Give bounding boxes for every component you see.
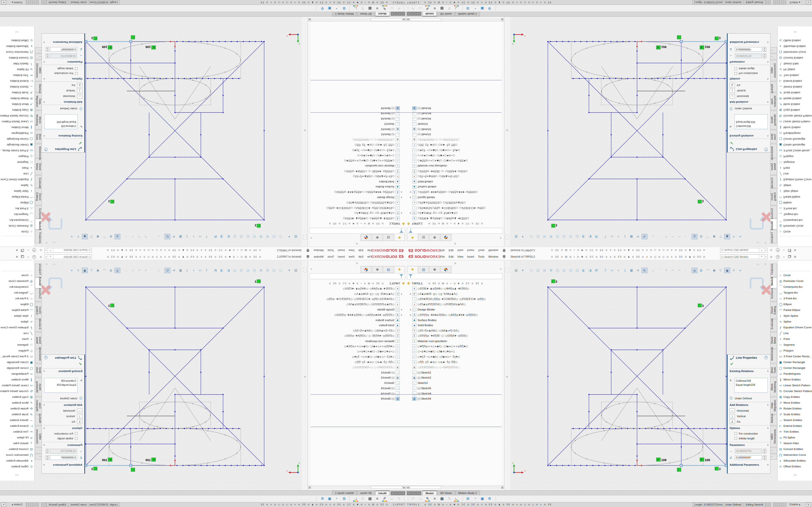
tool-segment[interactable]: ∷Segment [0,159,34,165]
user-account-icon[interactable]: ☺ [770,248,773,252]
tab-property-manager[interactable]: ▤ [418,266,429,273]
angle-field[interactable]: 0.00000000° [50,47,77,52]
tool-point[interactable]: ▪Point [778,165,812,171]
ink-toolbar-icon-10[interactable]: ▣ [326,496,333,502]
section-existing-relations[interactable]: Existing Relations∧ [43,133,83,137]
ribbon-tab-mold-tools[interactable]: Mold Tools [770,130,777,144]
view-toolbar-icon-16[interactable]: ▯ [622,234,628,239]
tree-item-solid-bodies[interactable]: ■Solid Bodies [406,179,501,184]
tool-circular-sketch-pattern[interactable]: ↻Circular Sketch Pattern [0,388,34,394]
view-toolbar-icon-29[interactable]: ◉ [95,234,101,239]
menu-file[interactable]: File [440,255,445,258]
ribbon-tab-more-12[interactable]: ⋮ [35,54,42,59]
ink-toolbar-icon-4[interactable]: ▦ [439,5,445,11]
relation-equal-length109[interactable]: Equal length109 [46,383,76,387]
view-toolbar-icon-1[interactable]: ▾ [286,268,292,273]
angle-field[interactable]: 0.00000000° [50,455,77,460]
horizontal-icon[interactable]: — [77,408,83,413]
tool-centerpoint-arc[interactable]: ⌒Centerpoint Arc [778,284,812,290]
add-relation-vertical[interactable]: ❘Vertical [66,414,83,418]
tree-item-solid-bodies[interactable]: ■Solid Bodies [311,179,406,184]
tab-scroll-icon-1[interactable]: ‹ [411,12,414,16]
tree-root[interactable]: ❖ TЯPDL2. ⊙ ƎE ⊙ Ɯ ⊙ ∙ ⊙ ✚ ⊙ ƆC ⊙ ƎE ⊙ ∔… [407,221,484,226]
tool-offset-entities[interactable]: ⊂Offset Entities [0,38,34,44]
search-input[interactable]: Search CAD Models [53,249,88,252]
status-units-dropdown[interactable]: Custom ▴ [788,0,802,4]
tool-copy-entities[interactable]: ⊞Copy Entities [0,394,34,400]
tool-spline[interactable]: ∿Spline [778,182,812,188]
ribbon-tab-more-13[interactable]: ⋮ [35,454,42,460]
confirmation-corner-cancel-icon[interactable] [761,285,771,295]
ribbon-tab-sheet-metal[interactable]: Sheet Metal [770,158,777,175]
tool-silhouette-entities[interactable]: ◐Silhouette Entities [778,458,812,463]
tree-item-top-plane[interactable]: ▱○∙◎✚○∗◉I○◦○I◉∗○✚◎∙○ [311,349,406,354]
ribbon-tab-mold-tools[interactable]: Mold Tools [35,130,42,144]
ink-toolbar-icon-2[interactable]: ✎ [382,5,388,11]
close-button[interactable]: ✕ [16,255,18,259]
doc-tab-model[interactable]: Model [422,491,437,495]
tab-configuration-manager[interactable]: ⊕ [429,234,440,241]
tree-item-sensors[interactable]: ◔○Ƨ5✚ƎƐ5Ƨ○ŊŊ◎◦✚ƆƆƎƧƎ5Ƨ○◦○Ƨ5ƎƧƎƆƆ✚◦◎ŊŊ○ [311,206,406,211]
tab-scroll-icon-3[interactable]: » [418,12,421,16]
tool-trim-entities[interactable]: ✂Trim Entities [778,429,812,435]
ribbon-tab-data-migration[interactable]: Data Migration [35,397,42,414]
splitter-knob[interactable] [356,243,358,244]
ribbon-tab-surfaces[interactable]: Surfaces [35,289,42,301]
search-input[interactable]: Search CAD Models [724,256,759,258]
tool-parallelogram[interactable]: ▱Parallelogram [778,371,812,377]
scrollbar-thumb[interactable] [410,18,441,21]
tool-copy-entities[interactable]: ⊞Copy Entities [778,394,812,400]
menu-insert[interactable]: Insert [467,249,474,252]
view-toolbar-icon-24[interactable]: ∿ [676,268,682,273]
view-toolbar-icon-19[interactable]: ↻ [642,268,648,273]
length-field[interactable]: 10.88152731 [735,54,762,58]
status-units-dropdown[interactable]: Custom ▴ [10,503,24,507]
view-toolbar-icon-21[interactable]: ⌒ [149,268,155,273]
relations-listbox[interactable]: Collinear108Equal length109 [734,114,768,129]
tree-item-annotations[interactable]: ▸A○Ƨ5ŊŊ◎◦✚A✚◎ŊŊA○◦○AŊŊ◎✚A✚◦◎ŊŊ5Ƨ○ [311,313,406,318]
splitter-knob[interactable] [454,263,456,264]
view-toolbar-icon-30[interactable]: ▽ [89,234,94,239]
tree-item-gauge[interactable]: ◕○Ƨ5♟◎Ƨ5ŊƎƐ5Ƨ○◦○Ƨ5ƎŊ5Ƨ◎♟5Ƨ○ [311,200,406,205]
view-toolbar-icon-9[interactable]: ◲ [574,268,580,273]
tool-tangent-arc[interactable]: ◡Tangent Arc [778,212,812,217]
search-icon[interactable]: ⌕ [759,248,764,252]
view-toolbar-icon-29[interactable]: ◉ [95,268,101,273]
tree-item-markups[interactable]: ✎○Ƨ5∙Ŋ∗♟AƜ○◦○ƜA♟∗Ŋ∙5Ƨ○ [311,174,406,179]
ink-toolbar-icon-5[interactable]: ⇅ [446,496,452,502]
relations-listbox[interactable]: Collinear108Equal length109 [44,378,78,393]
search-box[interactable]: ◫ Search CAD Models ⌕ ▾ [45,255,92,259]
tool-silhouette-entities[interactable]: ◐Silhouette Entities [0,44,34,49]
tab-featuremanager-tree[interactable]: ❖ [407,266,418,273]
relation-equal-length109[interactable]: Equal length109 [736,120,766,124]
ink-toolbar-icon-9[interactable]: ◔ [334,496,340,502]
view-toolbar-icon-33[interactable]: ● [69,268,75,273]
tool-centerpoint-arc[interactable]: ⌒Centerpoint Arc [0,284,34,290]
view-toolbar-icon-22[interactable]: ✎ [143,268,149,273]
ink-toolbar-icon-2[interactable]: ✎ [424,496,430,502]
view-toolbar-icon-16[interactable]: ▯ [184,268,190,273]
search-dropdown-icon[interactable]: ▾ [764,255,767,259]
ribbon-tab-mbd-dimensions[interactable]: MBD Dimensions [770,60,777,81]
view-toolbar-icon-30[interactable]: ▽ [718,234,723,239]
add-relation-horizontal[interactable]: —Horizontal [63,94,83,99]
search-input[interactable]: Search CAD Models [53,256,88,258]
tree-item-sketch2[interactable]: ▦(-) Sketch2 [406,127,501,132]
tool-offset-entities[interactable]: ⊂Offset Entities [0,463,34,469]
tool-circle[interactable]: ○Circle [0,229,34,235]
tool-segment[interactable]: ∷Segment [778,159,812,165]
view-toolbar-icon-26[interactable]: ◎ [114,268,120,273]
tool-scale-entities[interactable]: ⇗Scale Entities [0,411,34,417]
relation-collinear108[interactable]: Collinear108 [736,124,766,128]
tab-featuremanager-tree[interactable]: ❖ [394,266,405,273]
view-toolbar-icon-20[interactable]: ⊥ [156,268,162,273]
scroll-left-icon[interactable]: ◀ [406,18,409,21]
tree-item-locked-folder[interactable]: ▣○Ƨ5ƎƐŊŊAŊ∙○◦○∙ŊAŊŊƎƐ5Ƨ○ [406,365,501,370]
tree-item-sketch6[interactable]: ▦(-) Sketch6 [311,396,406,401]
pin-icon[interactable] [502,249,506,253]
ink-toolbar-icon-8[interactable]: ⊞ [341,496,347,502]
tree-item-markups[interactable]: ✎○Ƨ5∙Ŋ∗♟AƜ○◦○ƜA♟∗Ŋ∙5Ƨ○ [406,328,501,333]
status-units-dropdown[interactable]: Custom ▴ [10,0,24,4]
ink-status-icon[interactable]: ✎ [1,0,6,5]
restore-button[interactable] [788,256,791,258]
